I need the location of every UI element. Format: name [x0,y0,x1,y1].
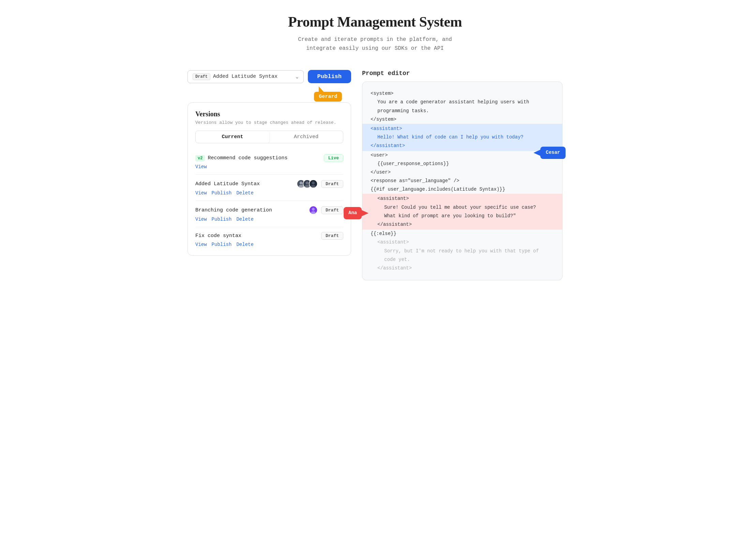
version-item-4: Fix code syntax Draft View Publish Delet… [195,227,343,252]
view-link-2[interactable]: View [195,190,207,196]
delete-link-4[interactable]: Delete [236,242,253,247]
code-line-asst2-content2: What kind of prompt are you looking to b… [371,212,554,220]
page-title: Prompt Management System [288,14,462,30]
version-item-3: Branching code generation Draft View Pub… [195,201,343,227]
cesar-arrow-icon [533,150,540,156]
gerard-tooltip: Gerard [314,92,342,102]
code-line-else: {{:else}} [371,230,554,238]
chevron-down-icon: ⌄ [296,74,298,79]
versions-card: Versions Versions allow you to stage cha… [188,102,351,256]
svg-point-8 [312,181,315,184]
code-line-response: <response as="user_language" /> [371,177,554,185]
version-name-3: Branching code generation [195,207,272,213]
draft-badge: Draft [193,73,210,80]
avatar-3 [309,179,318,188]
version-tag-v2: v2 [195,155,205,161]
svg-marker-13 [534,150,540,156]
top-bar: Draft Added Latitude Syntax ⌄ Publish [188,70,351,83]
code-line-system-close: </system> [371,115,554,124]
status-badge-draft-3: Draft [321,206,343,214]
right-panel: Prompt editor <system> You are a code ge… [362,70,562,280]
code-line-user-open: <user> [371,151,554,160]
code-line-asst-open: <assistant> [371,124,554,133]
view-link-1[interactable]: View [195,164,207,170]
versions-tabs: Current Archived [195,131,343,143]
version-item-2: Added Latitude Syntax [195,175,343,201]
version-actions-3: View Publish Delete [195,217,343,222]
code-line-asst3-content1: Sorry, but I'm not ready to help you wit… [371,247,554,255]
svg-point-5 [306,181,309,184]
svg-point-12 [311,211,316,214]
code-line-asst-close: </assistant> [371,142,554,150]
status-badge-live: Live [324,154,343,162]
publish-link-4[interactable]: Publish [212,242,232,247]
version-row-4: Fix code syntax Draft [195,232,343,240]
version-name-4: Fix code syntax [195,233,241,239]
delete-link-2[interactable]: Delete [236,190,253,196]
code-line-user-content: {{user_response_options}} [371,160,554,168]
delete-link-3[interactable]: Delete [236,217,253,222]
code-line-asst3-close: </assistant> [371,264,554,272]
code-line-asst2-content1: Sure! Could you tell me about your speci… [371,203,554,212]
versions-description: Versions allow you to stage changes ahea… [195,120,343,125]
ana-bubble: Ana [344,207,362,219]
version-item-1: v2 Recommend code suggestions Live View [195,149,343,175]
assistant-block-2: <assistant> Sure! Could you tell me abou… [362,194,562,230]
avatars-3 [309,206,318,215]
version-actions-2: View Publish Delete [195,190,343,196]
code-line-asst2-close: </assistant> [371,220,554,229]
ana-tooltip: Ana [344,207,369,219]
code-line-system-content2: programming tasks. [371,107,554,115]
tab-archived[interactable]: Archived [269,131,343,143]
svg-point-6 [305,185,310,188]
main-content: Draft Added Latitude Syntax ⌄ Publish [188,70,562,280]
version-left-4: Fix code syntax [195,233,241,239]
top-bar-wrapper: Draft Added Latitude Syntax ⌄ Publish [188,70,351,83]
svg-point-2 [300,181,302,184]
code-editor[interactable]: <system> You are a code generator assist… [362,82,562,280]
version-left-2: Added Latitude Syntax [195,181,260,187]
version-selector[interactable]: Draft Added Latitude Syntax ⌄ [188,70,304,83]
publish-link-2[interactable]: Publish [212,190,232,196]
svg-point-3 [299,185,303,188]
publish-button[interactable]: Publish [308,70,351,83]
code-line-user-close: </user> [371,168,554,177]
svg-marker-14 [362,210,369,216]
assistant-block-1: <assistant> Hello! What kind of code can… [362,124,562,151]
view-link-4[interactable]: View [195,242,207,247]
gerard-bubble: Gerard [314,92,342,102]
selector-text: Added Latitude Syntax [213,74,278,79]
version-left-1: v2 Recommend code suggestions [195,155,287,161]
version-left-3: Branching code generation [195,207,272,213]
code-line-system-content1: You are a code generator assistant helpi… [371,98,554,106]
code-line-asst-content: Hello! What kind of code can I help you … [371,133,554,142]
svg-point-11 [312,208,315,210]
editor-title: Prompt editor [362,70,562,77]
status-badge-draft-2: Draft [321,180,343,188]
code-line-asst3-open: <assistant> [371,238,554,247]
svg-point-9 [311,185,316,188]
code-line-asst2-open: <assistant> [371,194,554,203]
version-actions-1: View [195,164,343,170]
code-line-system-open: <system> [371,89,554,98]
version-row-3: Branching code generation Draft [195,206,343,215]
page-subtitle: Create and iterate prompts in the platfo… [288,35,462,53]
code-line-asst3-content2: code yet. [371,255,554,264]
version-actions-4: View Publish Delete [195,242,343,247]
view-link-3[interactable]: View [195,217,207,222]
page-header: Prompt Management System Create and iter… [288,14,462,53]
version-row-1: v2 Recommend code suggestions Live [195,154,343,162]
cesar-bubble: Cesar [540,147,566,159]
tab-current[interactable]: Current [196,131,269,143]
publish-link-3[interactable]: Publish [212,217,232,222]
versions-title: Versions [195,110,343,118]
cesar-tooltip: Cesar [533,147,566,159]
version-row-2: Added Latitude Syntax [195,179,343,188]
version-name-1: Recommend code suggestions [208,155,287,161]
avatars-2 [297,179,318,188]
status-badge-draft-4: Draft [321,232,343,240]
code-line-if: {{#if user_language.includes(Latitude Sy… [371,185,554,194]
ana-arrow-icon [362,210,369,216]
left-panel: Draft Added Latitude Syntax ⌄ Publish [188,70,351,256]
version-name-2: Added Latitude Syntax [195,181,260,187]
